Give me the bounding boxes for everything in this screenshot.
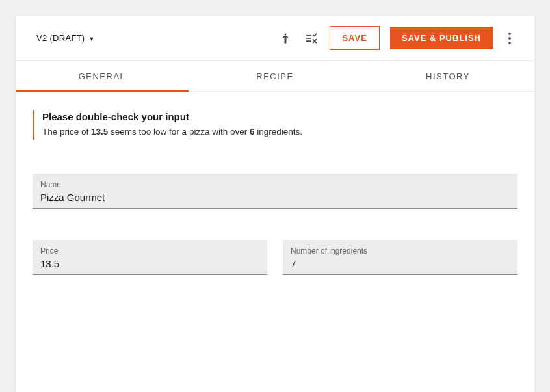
ingredients-value: 7 — [291, 258, 510, 269]
svg-point-0 — [285, 33, 287, 35]
name-label: Name — [40, 180, 510, 189]
save-publish-button[interactable]: SAVE & PUBLISH — [390, 27, 493, 49]
header-actions: SAVE SAVE & PUBLISH — [278, 26, 516, 50]
ingredients-field[interactable]: Number of ingredients 7 — [283, 240, 517, 275]
more-menu-button[interactable] — [503, 30, 516, 47]
save-button[interactable]: SAVE — [330, 26, 379, 50]
name-field[interactable]: Name Pizza Gourmet — [33, 174, 517, 209]
chevron-down-icon: ▼ — [89, 36, 95, 42]
header: V2 (DRAFT) ▼ SAVE SA — [16, 16, 534, 60]
price-field[interactable]: Price 13.5 — [33, 240, 267, 275]
name-value: Pizza Gourmet — [40, 192, 510, 203]
tab-content: Please double-check your input The price… — [16, 92, 534, 293]
field-row-price-ingredients: Price 13.5 Number of ingredients 7 — [33, 240, 517, 275]
validation-alert: Please double-check your input The price… — [33, 110, 517, 140]
price-label: Price — [40, 246, 259, 255]
tab-general[interactable]: GENERAL — [16, 61, 189, 91]
tab-history[interactable]: HISTORY — [361, 61, 534, 91]
field-row-name: Name Pizza Gourmet — [33, 174, 517, 209]
tabs: GENERAL RECIPE HISTORY — [16, 60, 534, 92]
ingredients-label: Number of ingredients — [291, 246, 510, 255]
version-label: V2 (DRAFT) — [36, 33, 85, 43]
alert-body: The price of 13.5 seems too low for a pi… — [42, 126, 517, 138]
tab-recipe[interactable]: RECIPE — [189, 61, 361, 91]
rules-icon[interactable] — [304, 31, 319, 46]
editor-card: V2 (DRAFT) ▼ SAVE SA — [16, 16, 534, 392]
accessibility-icon[interactable] — [278, 31, 293, 46]
version-selector[interactable]: V2 (DRAFT) ▼ — [36, 33, 95, 43]
alert-title: Please double-check your input — [42, 111, 517, 122]
price-value: 13.5 — [40, 258, 259, 269]
